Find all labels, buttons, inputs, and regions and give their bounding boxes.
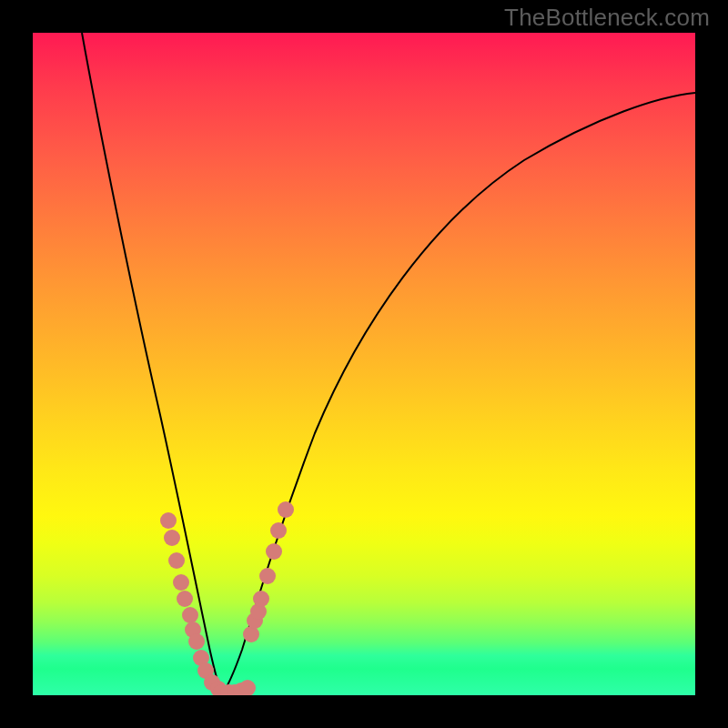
data-dot: [239, 680, 256, 695]
data-dot: [278, 501, 294, 518]
watermark-text: TheBottleneck.com: [504, 4, 710, 32]
curve-layer: [33, 33, 695, 695]
data-dot: [188, 633, 205, 650]
v-curve-right: [222, 93, 695, 693]
data-dot: [168, 552, 185, 569]
data-dot: [173, 574, 189, 591]
data-dot: [177, 591, 193, 607]
data-dot: [259, 568, 276, 584]
chart-frame: TheBottleneck.com: [0, 0, 728, 728]
data-dot: [270, 522, 287, 539]
plot-area: [33, 33, 695, 695]
data-dot: [253, 591, 269, 607]
data-dot: [266, 543, 282, 560]
v-curve-left: [82, 33, 222, 693]
data-dot: [182, 607, 198, 623]
data-dot: [164, 530, 180, 546]
data-dot: [160, 512, 177, 529]
